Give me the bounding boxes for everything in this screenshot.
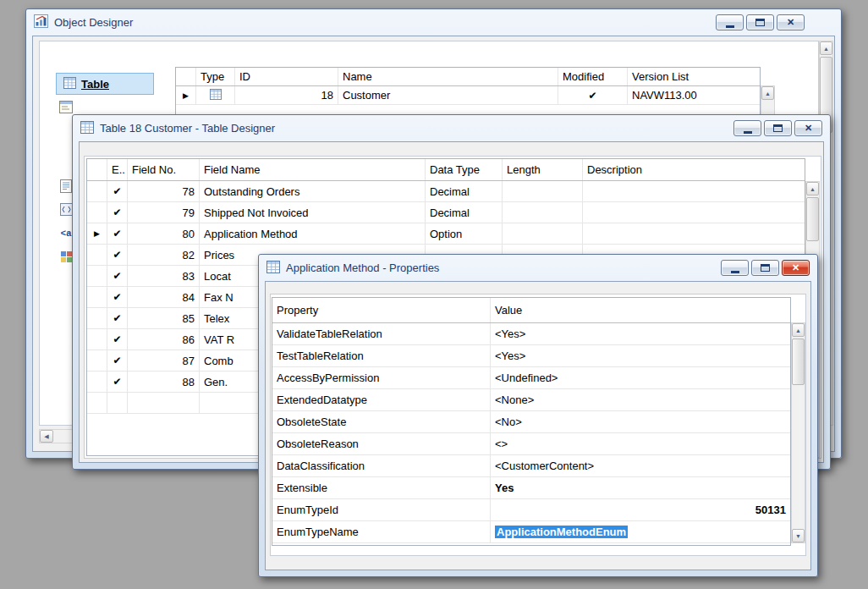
field-no-cell[interactable]: 78 [128, 181, 200, 201]
field-no-cell[interactable]: 79 [128, 202, 200, 223]
property-name-cell[interactable]: ObsoleteReason [272, 433, 491, 454]
property-name-cell[interactable]: EnumTypeName [272, 521, 491, 542]
scroll-left-icon[interactable]: ◀ [40, 430, 53, 443]
field-no-cell[interactable]: 88 [128, 372, 200, 392]
scrollbar-thumb[interactable] [806, 197, 819, 241]
minimize-button[interactable] [721, 260, 749, 276]
header-row-selector [176, 68, 196, 85]
properties-titlebar[interactable]: Application Method - Properties ✕ [259, 255, 817, 281]
row-selector-cell[interactable] [87, 350, 107, 371]
property-value-cell[interactable]: <None> [491, 389, 790, 410]
page-icon[interactable] [58, 100, 74, 114]
window-title: Object Designer [54, 16, 133, 29]
close-button[interactable]: ✕ [782, 260, 810, 276]
description-cell[interactable] [583, 202, 805, 223]
length-cell[interactable] [503, 202, 583, 223]
field-no-cell[interactable] [128, 393, 200, 413]
description-cell[interactable] [583, 223, 805, 244]
maximize-button[interactable] [751, 260, 779, 276]
field-no-cell[interactable]: 86 [128, 329, 200, 350]
maximize-button[interactable] [746, 14, 774, 30]
scroll-up-icon[interactable]: ▲ [820, 41, 832, 55]
enabled-cell[interactable]: ✔ [107, 329, 128, 350]
field-no-cell[interactable]: 80 [128, 223, 200, 244]
object-name-cell[interactable]: Customer [338, 86, 558, 104]
minimize-button[interactable] [716, 14, 744, 30]
property-value-cell[interactable]: 50131 [491, 499, 790, 520]
scroll-up-icon[interactable]: ▲ [792, 323, 805, 337]
field-no-cell[interactable]: 84 [128, 287, 200, 307]
object-modified-cell[interactable]: ✔ [558, 86, 628, 104]
maximize-button[interactable] [764, 120, 792, 136]
property-value-cell[interactable]: <Yes> [491, 323, 790, 344]
row-selector-cell[interactable] [87, 287, 107, 307]
enabled-cell[interactable] [107, 393, 128, 413]
field-name-cell[interactable]: Shipped Not Invoiced [200, 202, 426, 223]
property-name-cell[interactable]: ExtendedDatatype [272, 389, 491, 410]
property-value-cell[interactable]: <> [491, 433, 790, 454]
field-no-cell[interactable]: 82 [128, 245, 200, 265]
data-type-cell[interactable]: Decimal [426, 181, 503, 201]
scroll-up-icon[interactable]: ▲ [761, 86, 774, 100]
row-selector-cell[interactable] [87, 372, 107, 392]
enabled-cell[interactable]: ✔ [107, 350, 128, 371]
field-name-cell[interactable]: Application Method [200, 223, 426, 244]
scroll-down-icon[interactable]: ▼ [792, 529, 805, 542]
field-no-cell[interactable]: 83 [128, 266, 200, 286]
enabled-cell[interactable]: ✔ [107, 202, 128, 223]
property-name-cell[interactable]: AccessByPermission [272, 367, 491, 388]
enabled-cell[interactable]: ✔ [107, 372, 128, 392]
property-name-cell[interactable]: EnumTypeId [272, 499, 491, 520]
enabled-cell[interactable]: ✔ [107, 287, 128, 307]
property-name-cell[interactable]: ObsoleteState [272, 411, 491, 432]
table-designer-titlebar[interactable]: Table 18 Customer - Table Designer ✕ [73, 115, 830, 141]
enabled-cell[interactable]: ✔ [107, 308, 128, 328]
enabled-cell[interactable]: ✔ [107, 266, 128, 286]
row-selector-cell[interactable]: ▶ [176, 86, 196, 104]
row-selector-cell[interactable] [87, 181, 107, 201]
enabled-cell[interactable]: ✔ [107, 181, 128, 201]
property-name-cell[interactable]: TestTableRelation [272, 345, 491, 366]
row-selector-cell[interactable] [87, 329, 107, 350]
scrollbar-thumb[interactable] [792, 339, 805, 385]
object-designer-titlebar[interactable]: Object Designer ✕ [26, 9, 841, 36]
data-type-cell[interactable]: Option [426, 223, 503, 244]
property-value-cell[interactable]: <Undefined> [491, 367, 790, 388]
object-id-cell[interactable]: 18 [235, 86, 338, 104]
row-selector-cell[interactable] [87, 308, 107, 328]
property-name-cell[interactable]: ValidateTableRelation [272, 323, 491, 344]
row-selector-cell[interactable]: ▶ [87, 223, 107, 244]
property-name-cell[interactable]: DataClassification [272, 455, 491, 476]
close-button[interactable]: ✕ [777, 14, 805, 30]
property-name-cell[interactable]: Extensible [272, 477, 491, 498]
object-type-table-button[interactable]: Table [56, 73, 154, 95]
property-value-cell[interactable]: ApplicationMethodEnum [491, 521, 790, 542]
row-selector-cell[interactable] [87, 393, 107, 413]
property-value-cell[interactable]: <No> [491, 411, 790, 432]
field-no-cell[interactable]: 85 [128, 308, 200, 328]
description-cell[interactable] [583, 181, 805, 201]
selected-value-text[interactable]: ApplicationMethodEnum [495, 526, 628, 538]
field-no-cell[interactable]: 87 [128, 350, 200, 371]
property-row: ExtendedDatatype <None> [272, 389, 790, 411]
row-selector-cell[interactable] [87, 202, 107, 223]
data-type-cell[interactable]: Decimal [426, 202, 503, 223]
length-cell[interactable] [503, 181, 583, 201]
object-type-cell[interactable] [196, 86, 235, 104]
property-value-cell[interactable]: <CustomerContent> [491, 455, 790, 476]
minimize-button[interactable] [733, 120, 761, 136]
properties-scrollbar[interactable]: ▲ ▼ [791, 322, 805, 543]
object-version-cell[interactable]: NAVW113.00 [628, 86, 760, 104]
enabled-cell[interactable]: ✔ [107, 245, 128, 265]
window-title: Table 18 Customer - Table Designer [100, 122, 275, 135]
field-name-cell[interactable]: Outstanding Orders [200, 181, 426, 201]
enabled-cell[interactable]: ✔ [107, 223, 128, 244]
close-button[interactable]: ✕ [794, 120, 822, 136]
row-selector-cell[interactable] [87, 266, 107, 286]
property-value-cell[interactable]: Yes [491, 477, 790, 498]
scroll-up-icon[interactable]: ▲ [806, 182, 819, 195]
minimize-icon [744, 131, 752, 134]
length-cell[interactable] [503, 223, 583, 244]
row-selector-cell[interactable] [87, 245, 107, 265]
property-value-cell[interactable]: <Yes> [491, 345, 790, 366]
